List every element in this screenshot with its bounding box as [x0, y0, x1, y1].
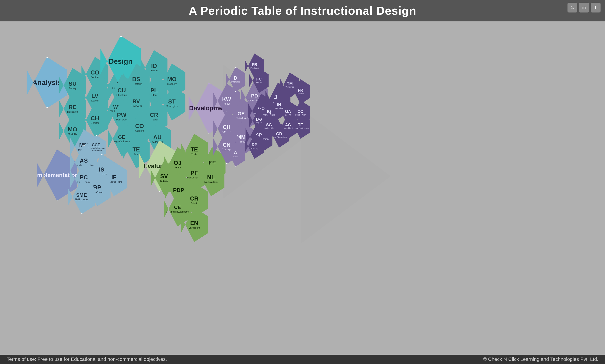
twitter-button[interactable]: 𝕏 — [567, 3, 577, 13]
svg-marker-1 — [301, 109, 391, 243]
footer: Terms of use: Free to use for Educationa… — [0, 355, 605, 364]
linkedin-button[interactable]: in — [579, 3, 589, 13]
social-icons: 𝕏 in f — [567, 3, 601, 13]
en-hex[interactable]: EN Enrolment — [179, 208, 210, 242]
terms-text: Terms of use: Free to use for Educationa… — [7, 356, 167, 362]
sme-hex[interactable]: SME SME checks — [66, 180, 97, 214]
fb-hex[interactable]: FB Feedback — [243, 53, 266, 78]
page-title: A Periodic Table of Instructional Design — [0, 0, 605, 21]
te-right-hex[interactable]: TE Training Environment — [289, 114, 312, 139]
copyright-text: © Check N Click Learning and Technologie… — [483, 356, 598, 362]
main-area: Analysis SU Survey CO Content I Intervie… — [0, 20, 605, 353]
facebook-button[interactable]: f — [591, 3, 601, 13]
